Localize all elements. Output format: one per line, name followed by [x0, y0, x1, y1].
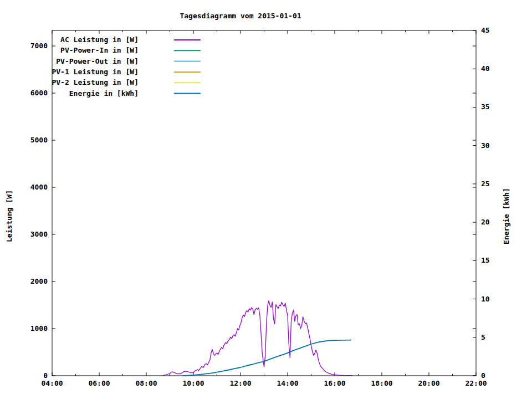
- x-tick-label: 16:00: [324, 379, 345, 387]
- x-tick-label: 14:00: [277, 379, 298, 387]
- y2-axis-label: Energie [kWh]: [502, 188, 510, 244]
- y2-tick-label: 20: [481, 218, 490, 226]
- x-tick-label: 18:00: [371, 379, 392, 387]
- x-tick-label: 08:00: [135, 379, 157, 387]
- x-tick-label: 22:00: [465, 379, 487, 387]
- x-tick-label: 12:00: [229, 379, 251, 387]
- x-tick-label: 10:00: [182, 379, 204, 387]
- series-line-energie-in-kwh-: [183, 340, 351, 376]
- y2-tick-label: 25: [481, 180, 490, 188]
- y2-tick-label: 35: [481, 103, 490, 111]
- y1-tick-label: 2000: [30, 277, 48, 285]
- y1-tick-label: 7000: [30, 42, 48, 50]
- y2-tick-label: 40: [481, 64, 490, 73]
- y1-axis-label: Leistung [W]: [5, 190, 13, 242]
- legend-label: PV-1 Leistung in [W]: [52, 68, 139, 76]
- y1-tick-label: 6000: [30, 89, 48, 97]
- plot-svg: 04:0006:0008:0010:0012:0014:0016:0018:00…: [0, 0, 532, 399]
- y2-tick-label: 10: [481, 295, 490, 303]
- y1-tick-label: 4000: [30, 183, 48, 191]
- x-tick-label: 20:00: [418, 379, 439, 387]
- y2-tick-label: 30: [481, 141, 490, 150]
- y1-tick-label: 1000: [30, 324, 48, 332]
- legend-label: AC Leistung in [W]: [60, 35, 139, 44]
- y2-tick-label: 15: [481, 256, 490, 264]
- legend-label: PV-Power-Out in [W]: [56, 57, 139, 65]
- y1-tick-label: 0: [43, 371, 48, 380]
- x-tick-label: 04:00: [41, 379, 63, 387]
- y2-tick-label: 0: [481, 371, 485, 380]
- legend-label: PV-Power-In in [W]: [60, 46, 139, 54]
- y2-tick-label: 5: [481, 333, 485, 341]
- y1-tick-label: 5000: [30, 136, 48, 144]
- series-line-ac-leistung-in-w-: [163, 301, 352, 376]
- y2-tick-label: 45: [481, 26, 490, 34]
- legend-label: Energie in [kWh]: [69, 89, 139, 98]
- legend-label: PV-2 Leistung in [W]: [52, 78, 139, 86]
- y1-tick-label: 3000: [30, 230, 48, 238]
- x-tick-label: 06:00: [88, 379, 110, 387]
- chart-canvas: Tagesdiagramm vom 2015-01-01 Leistung [W…: [0, 0, 532, 399]
- chart-title: Tagesdiagramm vom 2015-01-01: [180, 12, 301, 20]
